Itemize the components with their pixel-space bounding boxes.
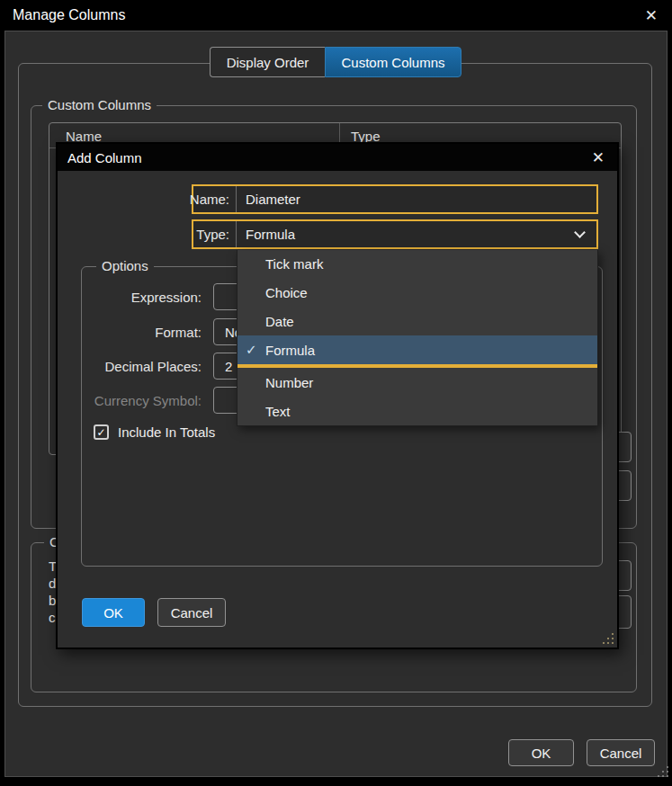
add-column-dialog: Add Column ✕ Name: Diameter Type: Formul… [56, 142, 619, 649]
check-icon: ✓ [246, 342, 257, 358]
name-label: Name: [193, 186, 237, 212]
decimal-places-label: Decimal Places: [85, 353, 202, 380]
close-icon[interactable]: ✕ [645, 8, 658, 23]
window-title: Manage Columns [13, 7, 125, 23]
expression-label: Expression: [85, 283, 202, 310]
add-column-close-icon[interactable]: ✕ [592, 150, 605, 165]
dropdown-item-date[interactable]: Date [237, 308, 597, 336]
currency-symbol-label: Currency Symbol: [85, 387, 202, 414]
dialog-resize-grip[interactable] [601, 631, 614, 644]
tab-custom-columns-label: Custom Columns [341, 55, 444, 70]
chevron-down-icon[interactable] [574, 227, 586, 238]
include-in-totals-label: Include In Totals [118, 424, 215, 440]
dropdown-item-label: Formula [265, 343, 315, 358]
dropdown-item-text[interactable]: Text [237, 397, 597, 425]
add-cancel-label: Cancel [171, 605, 213, 621]
manage-columns-ok-button[interactable]: OK [508, 739, 574, 766]
type-dropdown-list: Tick mark Choice Date ✓ Formula Number T… [237, 250, 598, 426]
dropdown-item-label: Tick mark [265, 256, 323, 272]
ok-button-label: OK [532, 746, 551, 761]
description-line: c [49, 610, 56, 625]
dropdown-item-number[interactable]: Number [237, 368, 597, 397]
cancel-button-label: Cancel [600, 746, 642, 761]
format-label: Format: [85, 318, 202, 345]
dropdown-item-formula[interactable]: ✓ Formula [237, 335, 597, 368]
custom-columns-legend: Custom Columns [42, 97, 157, 112]
tab-display-order[interactable]: Display Order [210, 47, 325, 77]
dropdown-item-label: Number [265, 375, 313, 390]
name-input[interactable]: Diameter [237, 186, 596, 212]
checkbox-check-icon: ✓ [96, 427, 105, 438]
add-column-title: Add Column [67, 150, 142, 165]
add-column-cancel-button[interactable]: Cancel [157, 598, 226, 627]
dropdown-item-label: Text [265, 404, 291, 419]
decimal-places-value: 2 [225, 359, 232, 374]
dropdown-item-tick-mark[interactable]: Tick mark [237, 250, 597, 279]
tab-display-order-label: Display Order [227, 55, 309, 70]
dropdown-item-label: Choice [265, 285, 308, 300]
options-legend: Options [96, 258, 154, 273]
name-field-row: Name: Diameter [192, 184, 598, 214]
add-ok-label: OK [103, 605, 123, 621]
add-column-titlebar: Add Column ✕ [58, 144, 617, 171]
type-label: Type: [193, 221, 237, 247]
window-resize-grip[interactable] [656, 764, 668, 777]
type-field-row: Type: Formula [192, 219, 598, 249]
add-column-ok-button[interactable]: OK [82, 598, 145, 627]
tab-custom-columns[interactable]: Custom Columns [325, 47, 461, 77]
include-in-totals-checkbox[interactable]: ✓ [94, 424, 109, 440]
dropdown-item-choice[interactable]: Choice [237, 279, 597, 308]
window-titlebar: Manage Columns ✕ [0, 0, 672, 31]
type-combobox[interactable]: Formula [237, 221, 576, 247]
manage-columns-cancel-button[interactable]: Cancel [587, 739, 655, 766]
manage-columns-window: Manage Columns ✕ Display Order Custom Co… [0, 0, 672, 786]
dropdown-item-label: Date [265, 314, 294, 329]
